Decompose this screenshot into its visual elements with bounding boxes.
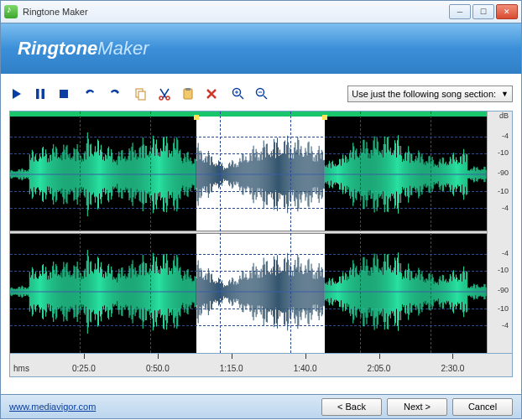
stop-icon[interactable] [56, 86, 71, 101]
section-dropdown-label: Use just the following song section: [352, 89, 496, 99]
window-title: Ringtone Maker [23, 7, 449, 17]
db-tick-label: -10 [498, 266, 509, 274]
svg-line-11 [240, 96, 243, 99]
header-title-part1: Ringtone [18, 38, 97, 60]
chevron-down-icon: ▼ [501, 90, 509, 98]
db-tick-label: -10 [498, 304, 509, 313]
waveform-canvas[interactable] [10, 111, 487, 353]
cancel-button[interactable]: Cancel [452, 398, 513, 416]
time-tick-label: 2:30.0 [441, 364, 465, 373]
db-tick-label: -10 [498, 187, 509, 195]
db-tick-label: -4 [502, 204, 509, 212]
main-panel: Use just the following song section: ▼ [0, 74, 522, 394]
gridline [150, 111, 151, 353]
delete-icon[interactable] [204, 86, 219, 101]
db-tick-label: -4 [502, 321, 509, 329]
time-tick-label: 2:05.0 [368, 364, 391, 373]
zoom-in-icon[interactable] [231, 86, 246, 101]
db-tick-label: -90 [498, 286, 509, 294]
waveform-channel-right [10, 237, 487, 346]
maximize-button[interactable]: ☐ [472, 4, 494, 19]
toolbar: Use just the following song section: ▼ [9, 84, 513, 104]
section-dropdown[interactable]: Use just the following song section: ▼ [347, 86, 513, 102]
window-buttons: ─ ☐ ✕ [449, 4, 518, 19]
waveform-channel-left [10, 120, 487, 229]
channel-divider [10, 231, 487, 234]
close-button[interactable]: ✕ [496, 4, 518, 19]
app-icon [4, 5, 18, 18]
time-tick-label: 1:15.0 [220, 364, 243, 373]
db-tick-label: -4 [502, 249, 509, 257]
gridline [80, 111, 81, 353]
svg-rect-3 [60, 90, 68, 98]
gridline [220, 111, 221, 353]
redo-icon[interactable] [107, 86, 122, 101]
svg-marker-0 [13, 89, 21, 99]
svg-line-15 [264, 96, 267, 99]
footer: www.mediavigor.com < Back Next > Cancel [0, 394, 522, 419]
svg-rect-1 [36, 89, 39, 99]
time-tick-label: 0:25.0 [72, 364, 96, 373]
zoom-out-icon[interactable] [254, 86, 269, 101]
undo-icon[interactable] [83, 86, 98, 101]
minimize-button[interactable]: ─ [449, 4, 471, 19]
gridline [360, 111, 361, 353]
db-tick-label: -10 [498, 148, 509, 157]
svg-rect-5 [138, 91, 145, 100]
gridline [290, 111, 291, 353]
db-tick-label: -4 [502, 132, 509, 140]
pause-icon[interactable] [33, 86, 48, 101]
copy-icon[interactable] [133, 86, 149, 101]
vendor-link[interactable]: www.mediavigor.com [9, 402, 96, 412]
paste-icon[interactable] [180, 86, 196, 101]
db-scale: dB -4 -10 -90 -10 -4 -4 -10 -90 -10 -4 [487, 111, 512, 353]
svg-point-6 [159, 96, 163, 100]
time-axis: hms 0:25.00:50.01:15.01:40.02:05.02:30.0 [9, 354, 513, 377]
play-icon[interactable] [9, 86, 24, 101]
header-title-part2: Maker [97, 38, 149, 60]
window-titlebar: Ringtone Maker ─ ☐ ✕ [0, 0, 522, 23]
db-tick-label: -90 [498, 169, 509, 177]
app-header: RingtoneMaker [0, 23, 522, 74]
time-tick-label: 1:40.0 [294, 364, 317, 373]
next-button[interactable]: Next > [387, 398, 447, 416]
waveform-area[interactable]: dB -4 -10 -90 -10 -4 -4 -10 -90 -10 -4 [9, 111, 513, 354]
back-button[interactable]: < Back [321, 398, 382, 416]
cut-icon[interactable] [157, 86, 172, 101]
svg-rect-9 [185, 88, 191, 91]
svg-point-7 [166, 96, 170, 100]
time-unit: hms [13, 364, 29, 373]
svg-rect-2 [42, 89, 45, 99]
db-label: dB [499, 111, 509, 120]
time-tick-label: 0:50.0 [146, 364, 170, 373]
gridline [431, 111, 431, 353]
